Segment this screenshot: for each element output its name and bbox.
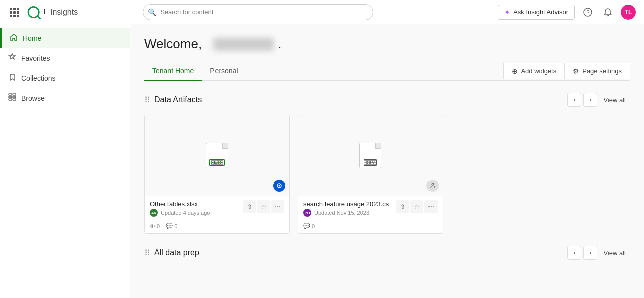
sidebar-item-favorites[interactable]: Favorites bbox=[0, 48, 130, 68]
prev-button-all-data-prep[interactable]: ‹ bbox=[567, 246, 581, 260]
svg-rect-3 bbox=[10, 11, 12, 14]
page-settings-button[interactable]: ⚙ Page settings bbox=[564, 63, 630, 79]
data-artifacts-section: ⠿ Data Artifacts ‹ › View all bbox=[144, 93, 630, 234]
add-widgets-button[interactable]: ⊕ Add widgets bbox=[503, 63, 564, 79]
card-corner-icon-1 bbox=[273, 180, 285, 192]
comments-count-1: 0 bbox=[174, 223, 177, 229]
tabs-bar: Tenant Home Personal ⊕ Add widgets ⚙ Pag… bbox=[144, 62, 630, 81]
card-date-2: Updated Nov 15, 2023 bbox=[314, 210, 369, 216]
ask-advisor-label: Ask Insight Advisor bbox=[513, 8, 568, 16]
card-meta-2: PD Updated Nov 15, 2023 bbox=[303, 209, 396, 217]
user-avatar[interactable]: TL bbox=[621, 5, 636, 20]
tab-personal[interactable]: Personal bbox=[202, 62, 246, 81]
section-header-all-data-prep: ⠿ All data prep ‹ › View all bbox=[144, 246, 630, 260]
sidebar: Home Favorites Collections Browse bbox=[0, 24, 130, 298]
sidebar-item-favorites-label: Favorites bbox=[21, 54, 50, 62]
xlsx-badge: XLSX bbox=[209, 159, 225, 166]
card-name-1: OtherTables.xlsx bbox=[150, 200, 243, 208]
app-switcher-icon[interactable] bbox=[8, 6, 20, 18]
card-upload-button-1[interactable]: ⇧ bbox=[243, 200, 256, 213]
svg-rect-18 bbox=[9, 99, 12, 100]
svg-rect-4 bbox=[13, 11, 16, 14]
welcome-heading: Welcome, . bbox=[144, 36, 630, 52]
card-stats-1: 👁 0 💬 0 bbox=[145, 221, 289, 233]
welcome-prefix: Welcome, bbox=[144, 36, 202, 52]
card-date-1: Updated 4 days ago bbox=[161, 210, 210, 216]
svg-rect-8 bbox=[17, 15, 19, 17]
cards-row-data-artifacts: XLSX OtherTables.xlsx AV bbox=[144, 115, 630, 234]
card-other-tables: XLSX OtherTables.xlsx AV bbox=[144, 115, 290, 234]
section-nav-all-data-prep: ‹ › View all bbox=[567, 246, 630, 260]
card-favorite-button-1[interactable]: ☆ bbox=[257, 200, 270, 213]
svg-rect-0 bbox=[10, 8, 12, 10]
svg-rect-1 bbox=[13, 8, 16, 10]
svg-point-22 bbox=[432, 183, 434, 185]
card-meta-1: AV Updated 4 days ago bbox=[150, 209, 243, 217]
section-drag-icon-prep: ⠿ bbox=[144, 248, 150, 258]
section-title-row: ⠿ Data Artifacts bbox=[144, 95, 202, 105]
card-name-2: search feature usage 2023.cs bbox=[303, 200, 396, 208]
xlsx-file-icon: XLSX bbox=[203, 143, 231, 168]
notifications-icon[interactable] bbox=[601, 5, 615, 19]
product-name: Insights bbox=[50, 8, 78, 17]
sidebar-item-browse[interactable]: Browse bbox=[0, 88, 130, 108]
sidebar-item-collections-label: Collections bbox=[21, 74, 55, 82]
svg-rect-14 bbox=[9, 94, 12, 95]
card-stats-2: 💬 0 bbox=[298, 221, 443, 233]
svg-rect-16 bbox=[9, 96, 12, 98]
sidebar-item-home[interactable]: Home bbox=[0, 28, 130, 48]
prev-button-data-artifacts[interactable]: ‹ bbox=[567, 93, 581, 107]
svg-text:lik: lik bbox=[44, 8, 46, 16]
card-favorite-button-2[interactable]: ☆ bbox=[410, 200, 423, 213]
section-header-data-artifacts: ⠿ Data Artifacts ‹ › View all bbox=[144, 93, 630, 107]
svg-rect-6 bbox=[10, 15, 12, 17]
ask-insight-advisor-button[interactable]: ✦ Ask Insight Advisor bbox=[498, 5, 575, 20]
advisor-sparkle-icon: ✦ bbox=[504, 8, 510, 16]
card-upload-button-2[interactable]: ⇧ bbox=[396, 200, 409, 213]
search-input[interactable] bbox=[143, 4, 373, 20]
sidebar-item-home-label: Home bbox=[23, 34, 41, 42]
sidebar-item-collections[interactable]: Collections bbox=[0, 68, 130, 88]
card-preview-1: XLSX bbox=[145, 115, 289, 196]
top-navigation: lik Insights 🔍 ✦ Ask Insight Advisor ? T… bbox=[0, 0, 644, 24]
sidebar-item-browse-label: Browse bbox=[21, 94, 45, 102]
csv-badge: CSV bbox=[364, 159, 377, 166]
comments-count-2: 0 bbox=[312, 223, 315, 229]
section-drag-icon: ⠿ bbox=[144, 95, 150, 105]
comments-stat-1: 💬 0 bbox=[166, 223, 177, 229]
section-nav-data-artifacts: ‹ › View all bbox=[567, 93, 630, 107]
search-icon: 🔍 bbox=[148, 8, 156, 16]
svg-rect-5 bbox=[17, 11, 19, 14]
card-more-button-2[interactable]: ⋯ bbox=[424, 200, 438, 213]
comments-stat-2: 💬 0 bbox=[303, 223, 315, 229]
csv-file-icon: CSV bbox=[356, 143, 384, 168]
card-avatar-2: PD bbox=[303, 209, 311, 217]
welcome-suffix: . bbox=[278, 36, 281, 52]
tabs-actions: ⊕ Add widgets ⚙ Page settings bbox=[503, 63, 630, 79]
main-inner: Welcome, . Tenant Home Personal ⊕ Add wi… bbox=[130, 24, 644, 280]
card-footer-1: OtherTables.xlsx AV Updated 4 days ago ⇧… bbox=[145, 196, 289, 221]
views-stat-1: 👁 0 bbox=[150, 223, 160, 229]
svg-rect-7 bbox=[13, 15, 16, 17]
svg-point-21 bbox=[279, 185, 280, 187]
card-more-button-1[interactable]: ⋯ bbox=[271, 200, 284, 213]
comment-icon-1: 💬 bbox=[166, 223, 173, 229]
help-icon[interactable]: ? bbox=[581, 5, 595, 19]
card-preview-2: CSV bbox=[298, 115, 443, 196]
view-all-data-artifacts-link[interactable]: View all bbox=[599, 94, 630, 106]
next-button-all-data-prep[interactable]: › bbox=[583, 246, 597, 260]
tab-tenant-home[interactable]: Tenant Home bbox=[144, 62, 202, 81]
section-title-all-data-prep: All data prep bbox=[154, 248, 199, 257]
comment-icon-2: 💬 bbox=[303, 223, 310, 229]
card-avatar-1: AV bbox=[150, 209, 158, 217]
qlik-logo[interactable]: lik Insights bbox=[26, 5, 78, 19]
view-all-data-prep-link[interactable]: View all bbox=[599, 247, 630, 259]
section-title-row-prep: ⠿ All data prep bbox=[144, 248, 199, 258]
username-blur bbox=[213, 38, 274, 51]
next-button-data-artifacts[interactable]: › bbox=[583, 93, 597, 107]
card-info-1: OtherTables.xlsx AV Updated 4 days ago bbox=[150, 200, 243, 217]
card-actions-1: ⇧ ☆ ⋯ bbox=[243, 200, 284, 213]
add-widgets-label: Add widgets bbox=[521, 67, 556, 75]
all-data-prep-section: ⠿ All data prep ‹ › View all bbox=[144, 246, 630, 260]
main-layout: Home Favorites Collections Browse Welcom bbox=[0, 24, 644, 298]
